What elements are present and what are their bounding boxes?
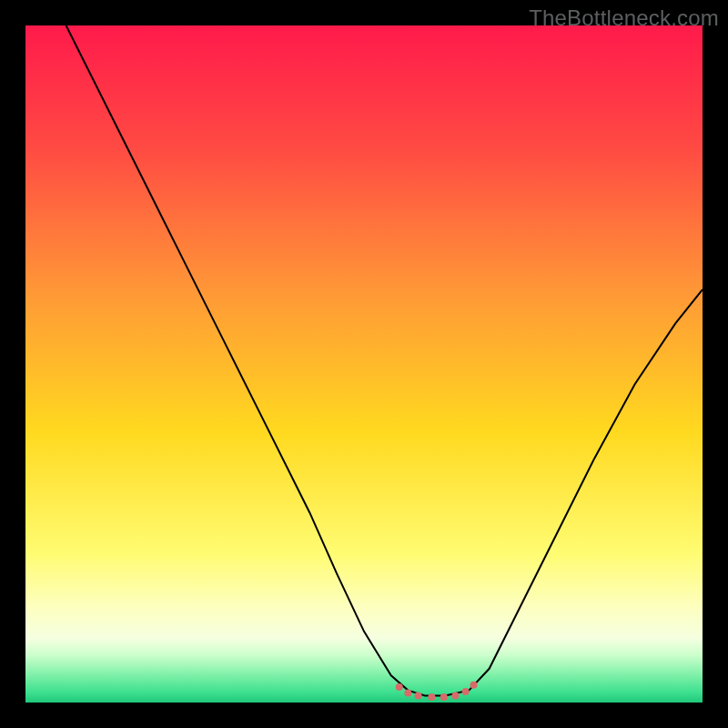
valley-point <box>470 682 478 689</box>
valley-point <box>462 688 470 695</box>
valley-point <box>428 693 435 701</box>
chart-frame: TheBottleneck.com <box>0 0 728 728</box>
gradient-background <box>25 25 703 703</box>
valley-point <box>415 693 422 700</box>
valley-point <box>396 683 403 691</box>
valley-point <box>404 690 411 697</box>
valley-point <box>440 693 448 701</box>
chart-svg <box>25 25 703 703</box>
valley-point <box>451 693 459 700</box>
plot-area <box>25 25 703 703</box>
